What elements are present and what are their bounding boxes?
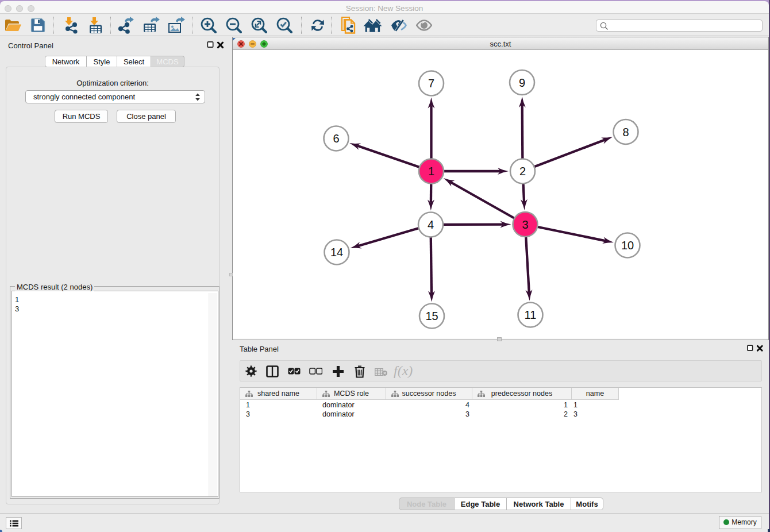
svg-text:1: 1 xyxy=(428,165,434,178)
svg-text:10: 10 xyxy=(621,239,634,252)
svg-text:6: 6 xyxy=(333,132,339,145)
svg-text:15: 15 xyxy=(425,310,438,322)
svg-text:14: 14 xyxy=(330,246,343,259)
svg-text:7: 7 xyxy=(428,77,434,90)
svg-text:11: 11 xyxy=(525,309,537,321)
svg-text:2: 2 xyxy=(519,165,526,178)
svg-text:3: 3 xyxy=(522,218,528,231)
svg-text:8: 8 xyxy=(622,126,629,138)
svg-text:9: 9 xyxy=(519,76,525,89)
svg-text:4: 4 xyxy=(428,218,434,231)
